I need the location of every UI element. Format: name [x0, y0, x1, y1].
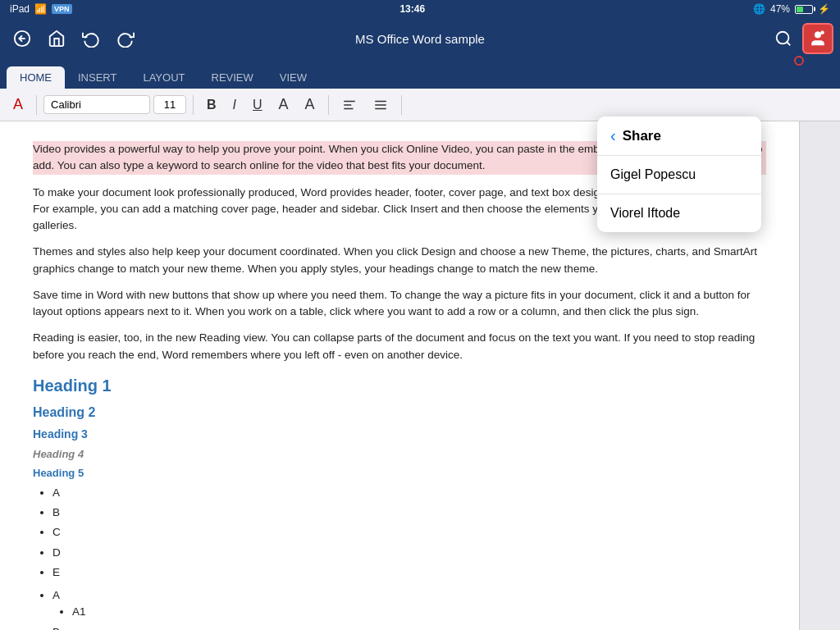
bullet-list-2: A A1 B: [52, 587, 766, 630]
sub-list: A1: [72, 604, 766, 620]
paragraph-5: Reading is easier, too, in the new Readi…: [33, 330, 766, 363]
font-name: Calibri: [51, 98, 81, 111]
battery-percent: 47%: [770, 3, 790, 15]
title-bar: MS Office Word sample: [0, 18, 840, 59]
share-user-2[interactable]: Viorel Iftode: [597, 194, 761, 232]
list-item: C: [52, 524, 766, 541]
share-back-button[interactable]: ‹: [610, 126, 616, 145]
title-left-controls: [7, 23, 141, 54]
divider2: [193, 95, 194, 115]
share-dropdown: ‹ Share Gigel Popescu Viorel Iftode: [597, 116, 761, 232]
title-right-controls: [768, 23, 833, 54]
divider4: [401, 95, 402, 115]
list-item: A A1: [52, 587, 766, 621]
divider3: [328, 95, 329, 115]
underline-button[interactable]: U: [246, 94, 269, 116]
tab-review[interactable]: REVIEW: [199, 66, 267, 89]
tab-layout[interactable]: LAYOUT: [130, 66, 198, 89]
align-left-button[interactable]: [336, 94, 363, 116]
undo-button[interactable]: [75, 23, 107, 54]
globe-icon: 🌐: [753, 3, 765, 15]
home-button[interactable]: [41, 23, 72, 54]
tab-insert[interactable]: INSERT: [65, 66, 130, 89]
document-sidebar: [799, 121, 840, 630]
share-panel-title: Share: [623, 128, 661, 144]
status-right: 🌐 47% ⚡: [753, 3, 830, 15]
search-button[interactable]: [768, 23, 799, 54]
share-button[interactable]: [802, 23, 833, 54]
heading-5: Heading 5: [33, 465, 766, 482]
charging-icon: ⚡: [818, 3, 830, 15]
font-selector[interactable]: Calibri: [43, 95, 150, 114]
font-color-button[interactable]: A: [272, 93, 295, 116]
ribbon-tabs: HOME INSERT LAYOUT REVIEW VIEW: [0, 59, 840, 89]
list-item: D: [52, 545, 766, 561]
document-title: MS Office Word sample: [355, 32, 485, 46]
list-item: B: [52, 624, 766, 631]
svg-point-4: [815, 32, 820, 38]
heading-1: Heading 1: [33, 373, 766, 398]
device-label: iPad: [10, 3, 30, 15]
share-user-1[interactable]: Gigel Popescu: [597, 156, 761, 194]
redo-button[interactable]: [110, 23, 141, 54]
text-color-button[interactable]: A: [7, 93, 30, 116]
list-item: E: [52, 564, 766, 581]
paragraph-4: Save time in Word with new buttons that …: [33, 287, 766, 321]
align-justify-button[interactable]: [367, 94, 395, 116]
list-item: B: [52, 504, 766, 521]
sub-list-item: A1: [72, 604, 766, 620]
status-left: iPad 📶 VPN: [10, 3, 72, 15]
svg-point-5: [821, 31, 824, 34]
heading-3: Heading 3: [33, 426, 766, 443]
status-time: 13:46: [399, 3, 425, 15]
paragraph-3: Themes and styles also help keep your do…: [33, 244, 766, 277]
heading-4: Heading 4: [33, 446, 766, 463]
share-dropdown-wrapper: ‹ Share Gigel Popescu Viorel Iftode: [794, 56, 804, 66]
back-button[interactable]: [7, 23, 38, 54]
wifi-icon: 📶: [34, 3, 47, 15]
svg-point-2: [777, 32, 789, 44]
font-size-input[interactable]: 11: [153, 95, 186, 114]
divider1: [36, 95, 37, 115]
tab-view[interactable]: VIEW: [267, 66, 320, 89]
italic-button[interactable]: I: [226, 94, 243, 116]
tab-home[interactable]: HOME: [7, 66, 65, 89]
vpn-badge: VPN: [52, 4, 72, 14]
highlight-button[interactable]: A: [299, 93, 322, 116]
list-item: A: [52, 485, 766, 501]
battery-icon: [795, 5, 813, 14]
bold-button[interactable]: B: [200, 94, 223, 116]
bullet-list-1: A B C D E: [52, 485, 766, 581]
svg-line-3: [787, 42, 790, 45]
share-header: ‹ Share: [597, 116, 761, 156]
heading-2: Heading 2: [33, 403, 766, 422]
status-bar: iPad 📶 VPN 13:46 🌐 47% ⚡: [0, 0, 840, 18]
